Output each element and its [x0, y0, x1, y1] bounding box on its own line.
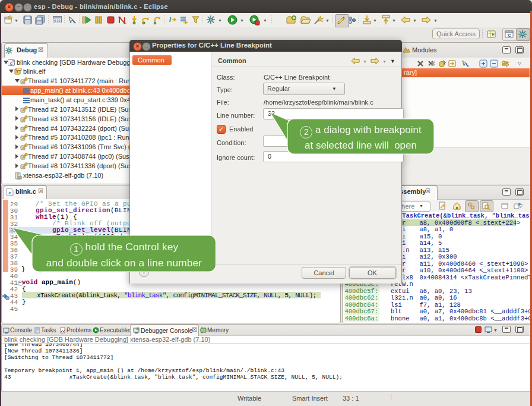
svg-text:c: c — [8, 190, 11, 196]
svg-text:i: i — [169, 16, 172, 23]
svg-text:010: 010 — [54, 18, 61, 23]
svg-text:C: C — [508, 33, 511, 37]
